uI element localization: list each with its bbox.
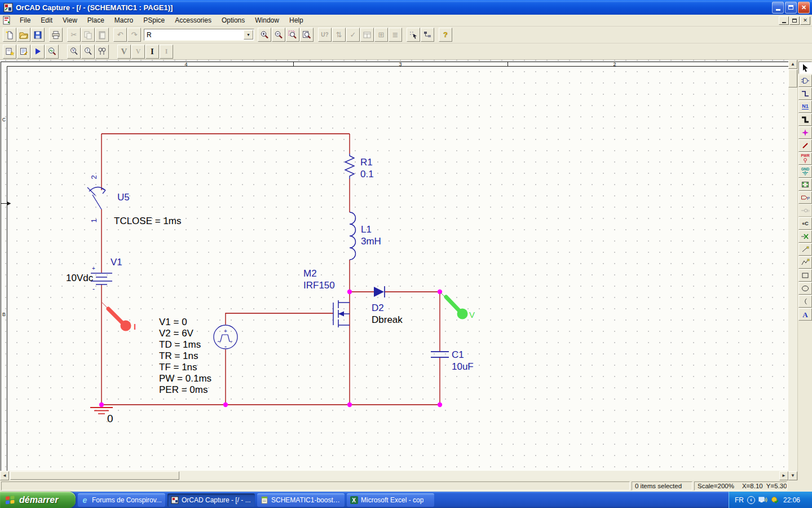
label-u5-ref[interactable]: U5 xyxy=(117,192,130,203)
place-net-alias-button[interactable]: N1 xyxy=(798,100,812,113)
titlebar[interactable]: OrCAD Capture - [/ - (SCHEMATIC1 : PAGE1… xyxy=(0,0,812,15)
label-r1-value[interactable]: 0.1 xyxy=(360,169,374,179)
component-m2-mosfet[interactable] xyxy=(333,300,350,327)
place-ellipse-button[interactable] xyxy=(798,282,812,295)
vpulse-parameters[interactable]: V1 = 0 V2 = 6V TD = 1ms TR = 1ns TF = 1n… xyxy=(159,317,211,395)
label-d2-ref[interactable]: D2 xyxy=(372,303,384,313)
menu-help[interactable]: Help xyxy=(284,15,308,26)
wires[interactable] xyxy=(102,134,440,405)
label-c1-value[interactable]: 10uF xyxy=(452,361,474,372)
menu-options[interactable]: Options xyxy=(217,15,250,26)
label-u5-pin1[interactable]: 1 xyxy=(90,218,98,222)
scroll-down-button[interactable]: ▼ xyxy=(788,471,797,480)
place-port-button[interactable]: P xyxy=(798,191,812,204)
minimize-button[interactable] xyxy=(772,2,784,14)
taskbar-item-forums[interactable]: e Forums de Conspirov... xyxy=(78,493,165,507)
hierarchy-button[interactable] xyxy=(421,28,434,42)
schematic-page[interactable]: 4 3 2 C B xyxy=(0,60,788,471)
menu-edit[interactable]: Edit xyxy=(36,15,58,26)
label-v1-value[interactable]: 10Vdc xyxy=(66,273,94,283)
new-document-button[interactable] xyxy=(3,28,16,42)
place-bus-entry-button[interactable] xyxy=(798,139,812,152)
copy-button[interactable] xyxy=(81,28,95,42)
taskbar-item-schematic[interactable]: SCHEMATIC1-boost -... xyxy=(257,493,345,507)
restore-button[interactable] xyxy=(785,2,797,14)
taskbar-item-orcad[interactable]: OrCAD Capture - [/ - ... xyxy=(167,493,255,507)
mdi-close-button[interactable]: ✕ xyxy=(800,16,810,25)
component-u5-switch[interactable] xyxy=(87,187,105,209)
select-tool-button[interactable] xyxy=(798,62,812,74)
taskbar-item-excel[interactable]: X Microsoft Excel - cop xyxy=(347,493,434,507)
place-junction-button[interactable] xyxy=(798,126,812,139)
security-update-icon[interactable] xyxy=(771,496,779,504)
label-l1-value[interactable]: 3mH xyxy=(361,236,381,247)
current-marker-button[interactable]: I xyxy=(81,45,95,59)
voltage-probe-marker[interactable] xyxy=(441,293,468,319)
place-arc-button[interactable] xyxy=(798,295,812,308)
place-hierarchical-block-button[interactable] xyxy=(798,178,812,191)
component-l1-inductor[interactable] xyxy=(350,212,356,260)
part-search-value[interactable]: R xyxy=(144,31,244,39)
label-c1-ref[interactable]: C1 xyxy=(452,349,464,360)
label-r1-ref[interactable]: R1 xyxy=(360,157,373,168)
toggle-bias-voltage-button[interactable]: V xyxy=(131,45,145,59)
menu-file[interactable]: File xyxy=(15,15,36,26)
annotate-button[interactable]: U? xyxy=(318,28,332,42)
voltage-marker-button[interactable]: V xyxy=(67,45,81,59)
toggle-bias-current-button[interactable]: I xyxy=(160,45,173,59)
menu-place[interactable]: Place xyxy=(82,15,109,26)
paste-button[interactable] xyxy=(95,28,109,42)
update-properties-button[interactable]: ⇅ xyxy=(332,28,346,42)
mdi-minimize-button[interactable] xyxy=(779,16,789,25)
place-off-page-connector-button[interactable]: «C xyxy=(798,217,812,230)
view-simulation-results-button[interactable] xyxy=(45,45,59,59)
print-button[interactable] xyxy=(49,28,63,42)
label-m2-value[interactable]: IRF150 xyxy=(303,280,335,291)
undo-button[interactable]: ↶ xyxy=(113,28,127,42)
zoom-in-button[interactable] xyxy=(258,28,271,42)
part-search-combobox[interactable]: R ▼ xyxy=(144,29,254,41)
help-button[interactable]: ? xyxy=(439,28,452,42)
hide-icons-chevron[interactable]: ‹ xyxy=(747,496,755,504)
zoom-out-button[interactable] xyxy=(272,28,285,42)
cross-reference-button[interactable]: ⊞ xyxy=(374,28,388,42)
zoom-all-button[interactable] xyxy=(300,28,314,42)
voltage-differential-markers-button[interactable] xyxy=(95,45,109,59)
label-d2-value[interactable]: Dbreak xyxy=(372,314,403,325)
menu-accessories[interactable]: Accessories xyxy=(170,15,217,26)
enable-bias-current-display-button[interactable]: I xyxy=(145,45,159,59)
current-probe-marker[interactable] xyxy=(102,303,131,331)
language-indicator[interactable]: FR xyxy=(735,496,744,504)
redo-button[interactable]: ↷ xyxy=(127,28,141,42)
component-d2-diode[interactable] xyxy=(374,286,385,297)
menu-window[interactable]: Window xyxy=(250,15,284,26)
scroll-up-button[interactable]: ▲ xyxy=(788,60,797,69)
cut-button[interactable]: ✂ xyxy=(67,28,81,42)
save-document-button[interactable] xyxy=(31,28,45,42)
label-ground-0[interactable]: 0 xyxy=(107,413,113,424)
bill-of-materials-button[interactable]: ≣ xyxy=(389,28,402,42)
menu-view[interactable]: View xyxy=(58,15,82,26)
label-m2-ref[interactable]: M2 xyxy=(303,268,317,279)
menu-macro[interactable]: Macro xyxy=(109,15,138,26)
new-simulation-profile-button[interactable] xyxy=(3,45,16,59)
vertical-scrollbar[interactable]: ▲ ▼ xyxy=(788,60,797,480)
place-bus-button[interactable] xyxy=(798,113,812,126)
mdi-restore-button[interactable] xyxy=(789,16,800,25)
label-l1-ref[interactable]: L1 xyxy=(361,224,372,235)
design-rules-check-button[interactable]: ✓ xyxy=(346,28,360,42)
component-v1-source[interactable] xyxy=(91,273,112,284)
start-button[interactable]: démarrer xyxy=(0,492,76,508)
place-rectangle-button[interactable] xyxy=(798,269,812,282)
enable-bias-voltage-display-button[interactable]: V xyxy=(117,45,131,59)
horizontal-scrollbar[interactable]: ◄ ► xyxy=(0,471,788,480)
place-pin-button[interactable]: H xyxy=(798,204,812,217)
junction-dots[interactable] xyxy=(99,290,442,407)
place-line-button[interactable] xyxy=(798,243,812,256)
component-c1-capacitor[interactable] xyxy=(431,352,449,357)
edit-simulation-profile-button[interactable] xyxy=(17,45,30,59)
create-netlist-button[interactable] xyxy=(360,28,374,42)
component-r1-resistor[interactable] xyxy=(345,154,354,179)
schematic-canvas[interactable]: 4 3 2 C B xyxy=(0,60,788,471)
place-power-button[interactable]: PWR xyxy=(798,152,812,165)
